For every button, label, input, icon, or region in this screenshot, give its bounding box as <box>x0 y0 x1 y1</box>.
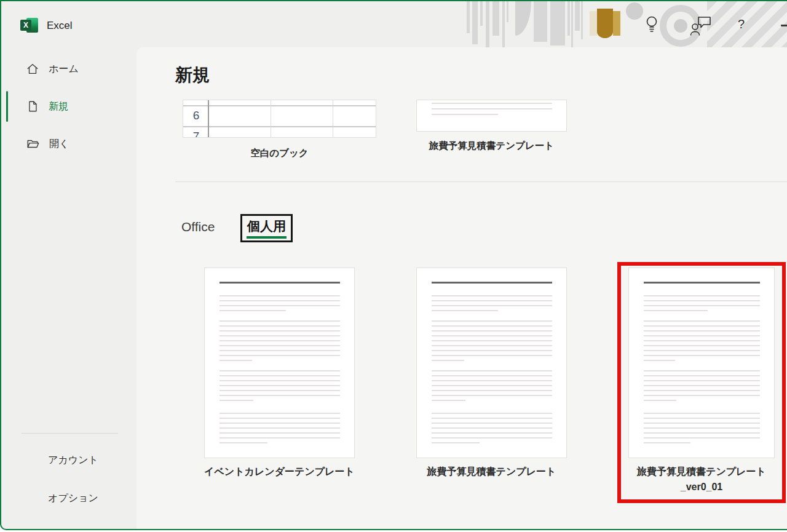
diagonal-stripes-art <box>707 1 787 47</box>
open-folder-icon <box>26 137 40 151</box>
excel-window: X Excel ? ホーム <box>0 0 787 530</box>
template-label-travel-budget-top: 旅費予算見積書テンプレート <box>416 140 567 153</box>
sidebar-item-label: ホーム <box>49 63 79 76</box>
page-title: 新規 <box>175 63 210 87</box>
new-templates-panel: 新規 6 7 空白のブック 旅費予算見積書テンプレート Office 個人用 イ… <box>136 47 787 529</box>
template-travel-budget-thumbnail-top[interactable] <box>416 100 567 132</box>
highlight-annotation-red-box <box>617 262 786 503</box>
feedback-icon[interactable] <box>690 16 712 36</box>
section-divider <box>175 181 787 182</box>
sidebar-item-label: 新規 <box>49 100 68 113</box>
sidebar-item-options[interactable]: オプション <box>1 483 136 513</box>
ideas-lightbulb-icon[interactable] <box>644 15 659 37</box>
row-number: 7 <box>183 130 209 138</box>
sidebar-item-open[interactable]: 開く <box>1 129 136 159</box>
sidebar-item-account[interactable]: アカウント <box>1 445 136 475</box>
home-icon <box>26 62 39 76</box>
gold-cube-art <box>590 11 597 36</box>
template-label-blank-workbook: 空白のブック <box>183 147 376 160</box>
row-number: 6 <box>183 109 209 122</box>
template-card-travel-budget[interactable] <box>416 268 567 458</box>
template-label-travel-budget: 旅費予算見積書テンプレート <box>416 464 567 480</box>
tab-personal-label: 個人用 <box>247 218 287 239</box>
sidebar-item-label: オプション <box>48 492 98 505</box>
template-label-event-calendar: イベントカレンダーテンプレート <box>204 464 355 480</box>
sidebar-item-home[interactable]: ホーム <box>1 54 136 84</box>
template-blank-workbook-thumbnail[interactable]: 6 7 <box>183 100 376 138</box>
minimize-button[interactable] <box>781 25 787 26</box>
sidebar-item-label: アカウント <box>48 454 98 467</box>
help-icon[interactable]: ? <box>738 17 745 31</box>
sidebar-item-label: 開く <box>49 138 69 151</box>
sidebar-divider <box>22 433 118 434</box>
backstage-sidebar: ホーム 新規 開く アカウント オプション <box>1 1 136 529</box>
tab-office[interactable]: Office <box>181 220 215 234</box>
template-card-event-calendar[interactable] <box>204 268 355 458</box>
new-document-icon <box>26 100 39 113</box>
sidebar-item-new[interactable]: 新規 <box>1 91 136 122</box>
tab-personal[interactable]: 個人用 <box>240 214 293 242</box>
circle-art <box>626 2 643 20</box>
